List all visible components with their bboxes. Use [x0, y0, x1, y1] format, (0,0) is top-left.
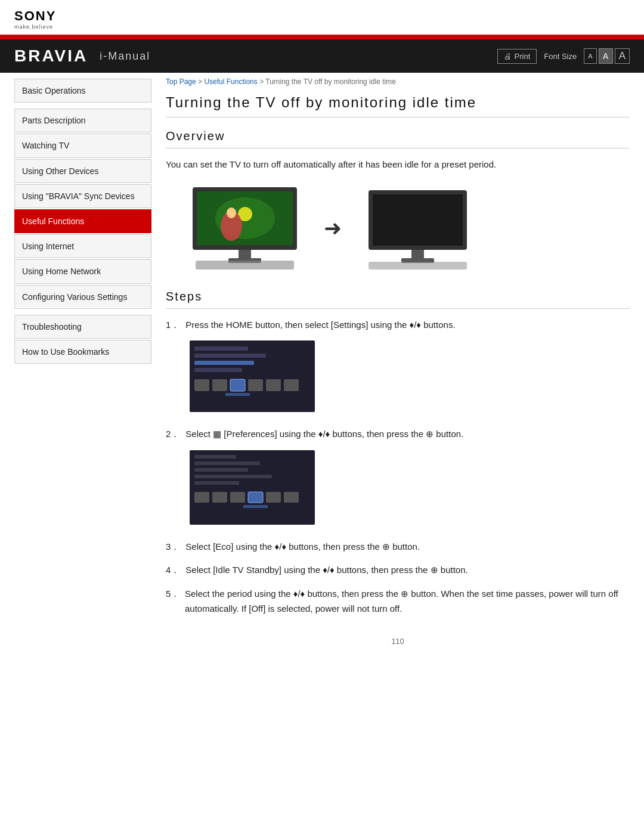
step-1: 1． Press the HOME button, then select [S…	[166, 317, 630, 333]
step-4-text: Select [Idle TV Standby] using the ♦/♦ b…	[185, 562, 467, 578]
page-number: 110	[166, 625, 630, 652]
svg-rect-31	[194, 481, 239, 485]
sidebar-item-configuring-settings[interactable]: Configuring Various Settings	[14, 285, 151, 309]
step-5: 5． Select the period using the ♦/♦ butto…	[166, 586, 630, 617]
step-3-text: Select [Eco] using the ♦/♦ buttons, then…	[185, 539, 420, 555]
step-5-text: Select the period using the ♦/♦ buttons,…	[185, 586, 630, 617]
svg-rect-22	[248, 379, 263, 391]
step-2-num: 2．	[166, 426, 179, 442]
main-content: Top Page > Useful Functions > Turning th…	[151, 73, 630, 652]
svg-rect-20	[212, 379, 227, 391]
sidebar-item-using-home-network[interactable]: Using Home Network	[14, 259, 151, 283]
tv-off-svg	[366, 184, 470, 271]
arrow-right-icon: ➜	[324, 216, 342, 241]
top-bar	[0, 35, 644, 39]
svg-rect-18	[194, 368, 242, 372]
svg-rect-28	[194, 462, 260, 465]
sidebar-item-using-bravia-sync[interactable]: Using "BRAVIA" Sync Devices	[14, 184, 151, 208]
step-1-num: 1．	[166, 317, 179, 333]
header: BRAVIA i-Manual 🖨 Print Font Size A A A	[0, 39, 644, 73]
sony-logo-area: SONY make.believe	[0, 0, 644, 35]
step-1-text: Press the HOME button, then select [Sett…	[185, 317, 455, 333]
svg-rect-23	[266, 379, 281, 391]
svg-rect-27	[194, 455, 236, 459]
header-left: BRAVIA i-Manual	[14, 47, 150, 66]
imanual-text: i-Manual	[100, 50, 150, 63]
font-size-large-button[interactable]: A	[615, 48, 630, 64]
bravia-logo: BRAVIA	[14, 47, 88, 66]
svg-rect-10	[373, 194, 463, 246]
svg-rect-19	[194, 379, 209, 391]
svg-rect-34	[230, 492, 245, 503]
svg-rect-35	[248, 492, 263, 503]
svg-rect-29	[194, 468, 248, 472]
svg-rect-37	[284, 492, 299, 503]
sidebar-item-how-to-use-bookmarks[interactable]: How to Use Bookmarks	[14, 340, 151, 364]
sony-logo: SONY	[14, 8, 630, 24]
print-label: Print	[515, 52, 531, 61]
print-icon: 🖨	[504, 52, 512, 61]
page-title: Turning the TV off by monitoring idle ti…	[166, 94, 630, 117]
svg-rect-33	[212, 492, 227, 503]
svg-rect-17	[194, 361, 254, 365]
step-5-num: 5．	[166, 586, 179, 617]
breadcrumb-top-page[interactable]: Top Page	[166, 78, 196, 86]
tv-on-illustration	[190, 184, 300, 273]
overview-title: Overview	[166, 129, 630, 148]
font-size-buttons: A A A	[584, 48, 630, 64]
tv-on-svg	[190, 184, 300, 271]
font-size-small-button[interactable]: A	[584, 48, 596, 64]
sidebar-item-troubleshooting[interactable]: Troubleshooting	[14, 315, 151, 339]
tv-illustration: ➜	[166, 184, 630, 273]
svg-rect-8	[196, 261, 294, 270]
overview-text: You can set the TV to turn off automatic…	[166, 157, 630, 172]
svg-rect-11	[411, 250, 424, 258]
svg-rect-24	[284, 379, 299, 391]
step-3: 3． Select [Eco] using the ♦/♦ buttons, t…	[166, 539, 630, 555]
font-size-medium-button[interactable]: A	[599, 48, 613, 64]
preferences-screenshot-svg	[190, 450, 315, 525]
sidebar-item-using-internet[interactable]: Using Internet	[14, 234, 151, 258]
print-button[interactable]: 🖨 Print	[497, 49, 537, 64]
breadcrumb-current: Turning the TV off by monitoring idle ti…	[265, 78, 396, 86]
svg-rect-15	[194, 346, 248, 351]
font-size-label: Font Size	[544, 52, 577, 61]
step-4-num: 4．	[166, 562, 179, 578]
svg-rect-30	[194, 475, 272, 478]
tv-off-illustration	[366, 184, 470, 273]
step-4: 4． Select [Idle TV Standby] using the ♦/…	[166, 562, 630, 578]
sony-tagline: make.believe	[14, 24, 630, 30]
sidebar: Basic Operations Parts Description Watch…	[14, 73, 151, 652]
svg-rect-25	[225, 393, 250, 396]
sidebar-item-parts-description[interactable]: Parts Description	[14, 109, 151, 132]
breadcrumb-sep2: >	[259, 78, 265, 86]
breadcrumb-useful-functions[interactable]: Useful Functions	[204, 78, 257, 86]
step-2: 2． Select ▦ [Preferences] using the ♦/♦ …	[166, 426, 630, 442]
svg-rect-14	[190, 340, 315, 412]
svg-rect-13	[369, 262, 467, 270]
svg-rect-32	[194, 492, 209, 503]
svg-point-5	[227, 208, 236, 218]
preferences-screenshot	[190, 450, 630, 527]
step-2-text: Select ▦ [Preferences] using the ♦/♦ but…	[185, 426, 463, 442]
svg-rect-21	[230, 379, 245, 391]
svg-rect-26	[190, 450, 315, 525]
sidebar-item-basic-operations[interactable]: Basic Operations	[14, 79, 151, 103]
svg-rect-38	[243, 505, 268, 508]
settings-screenshot	[190, 340, 630, 414]
breadcrumb-sep1: >	[198, 78, 204, 86]
main-layout: Basic Operations Parts Description Watch…	[0, 73, 644, 652]
header-right: 🖨 Print Font Size A A A	[497, 48, 630, 64]
steps-title: Steps	[166, 290, 630, 309]
sidebar-item-watching-tv[interactable]: Watching TV	[14, 134, 151, 157]
svg-rect-16	[194, 354, 266, 358]
sidebar-item-using-other-devices[interactable]: Using Other Devices	[14, 159, 151, 183]
breadcrumb: Top Page > Useful Functions > Turning th…	[166, 73, 630, 86]
svg-rect-6	[239, 250, 251, 258]
svg-rect-36	[266, 492, 281, 503]
step-3-num: 3．	[166, 539, 179, 555]
sidebar-item-useful-functions[interactable]: Useful Functions	[14, 209, 151, 233]
settings-screenshot-svg	[190, 340, 315, 412]
